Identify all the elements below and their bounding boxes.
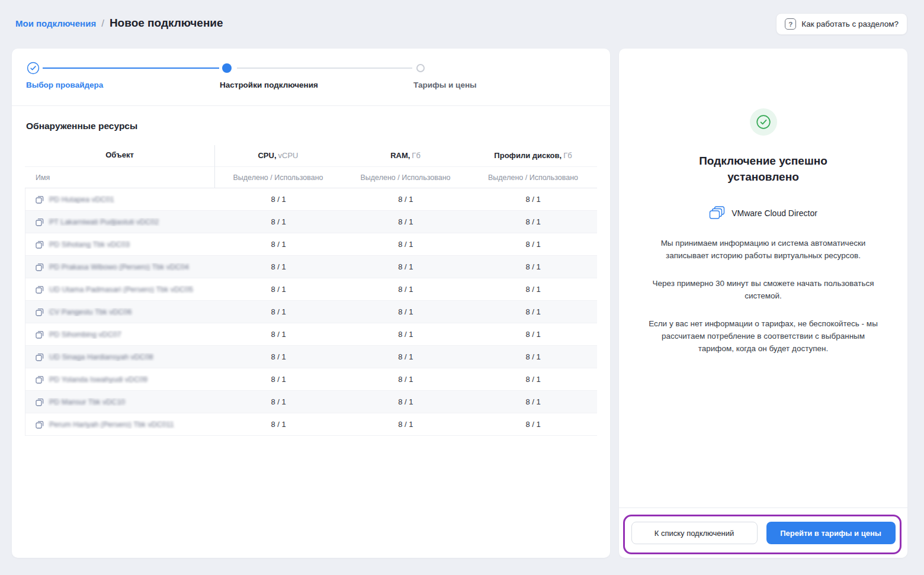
ram-value-cell: 8 / 1 xyxy=(342,217,469,226)
table-row: Perum Hariyah (Persero) Tbk vDC011 8 / 1… xyxy=(25,413,597,436)
column-subheader-name: Имя xyxy=(25,174,214,182)
table-row: PD Yolanda Iswahyudi vDC09 8 / 1 8 / 1 8… xyxy=(25,368,597,391)
table-row: PD Hutapea vDC01 8 / 1 8 / 1 8 / 1 xyxy=(25,188,597,211)
table-row: PD Mansur Tbk vDC10 8 / 1 8 / 1 8 / 1 xyxy=(25,391,597,413)
disks-value-cell: 8 / 1 xyxy=(469,307,597,316)
column-subheader-cpu: Выделено / Использовано xyxy=(214,174,342,182)
resource-icon xyxy=(36,330,44,339)
column-header-cpu: CPU,vCPU xyxy=(214,150,342,160)
breadcrumb-parent-link[interactable]: Мои подключения xyxy=(15,18,96,28)
success-panel: Подключение успешно установлено VMware C… xyxy=(619,49,907,558)
resource-icon xyxy=(36,308,44,316)
cpu-value-cell: 8 / 1 xyxy=(215,240,342,249)
ram-value-cell: 8 / 1 xyxy=(342,420,469,429)
table-row: PT Lakarniwati Pudjiastuti vDC02 8 / 1 8… xyxy=(25,211,597,233)
stepper-step-provider[interactable]: Выбор провайдера xyxy=(26,62,103,89)
provider-row: VMware Cloud Director xyxy=(619,206,907,220)
disks-value-cell: 8 / 1 xyxy=(469,330,597,339)
ram-value-cell: 8 / 1 xyxy=(342,375,469,384)
column-subheader-disks: Выделено / Использовано xyxy=(469,174,597,182)
resource-icon xyxy=(36,398,44,406)
vmware-cloud-director-icon xyxy=(709,206,725,220)
cpu-value-cell: 8 / 1 xyxy=(215,285,342,294)
disks-value-cell: 8 / 1 xyxy=(469,262,597,271)
column-subheader-ram: Выделено / Использовано xyxy=(342,174,469,182)
breadcrumb-separator: / xyxy=(101,18,104,30)
cpu-value-cell: 8 / 1 xyxy=(215,307,342,316)
resource-icon xyxy=(36,375,44,384)
connection-setup-card: Выбор провайдера Настройки подключения Т… xyxy=(12,49,610,558)
table-row: PD Sihombing vDC07 8 / 1 8 / 1 8 / 1 xyxy=(25,323,597,346)
disks-value-cell: 8 / 1 xyxy=(469,397,597,406)
cpu-value-cell: 8 / 1 xyxy=(215,375,342,384)
resource-name-cell: PD Prakasa Wibowo (Persero) Tbk vDC04 xyxy=(25,263,215,271)
stepper-step-settings[interactable]: Настройки подключения xyxy=(220,62,318,89)
go-to-tariffs-button[interactable]: Перейти в тарифы и цены xyxy=(766,522,896,544)
disks-value-cell: 8 / 1 xyxy=(469,285,597,294)
ram-value-cell: 8 / 1 xyxy=(342,195,469,204)
disks-value-cell: 8 / 1 xyxy=(469,420,597,429)
ram-value-cell: 8 / 1 xyxy=(342,262,469,271)
table-subheader-row: Имя Выделено / Использовано Выделено / И… xyxy=(25,167,597,188)
page-title: Новое подключение xyxy=(110,17,223,30)
provider-name: VMware Cloud Director xyxy=(732,208,817,218)
success-check-icon xyxy=(750,108,777,136)
column-header-object: Объект xyxy=(25,150,214,159)
info-paragraph: Через примерно 30 минут вы сможете начат… xyxy=(644,278,883,303)
ram-value-cell: 8 / 1 xyxy=(342,240,469,249)
resource-icon xyxy=(36,240,44,249)
cpu-value-cell: 8 / 1 xyxy=(215,330,342,339)
column-header-ram: RAM,Гб xyxy=(342,150,469,160)
ram-value-cell: 8 / 1 xyxy=(342,330,469,339)
stepper-step-tariffs[interactable]: Тарифы и цены xyxy=(413,62,477,89)
cpu-value-cell: 8 / 1 xyxy=(215,352,342,361)
resource-name-cell: Perum Hariyah (Persero) Tbk vDC011 xyxy=(25,420,215,429)
disks-value-cell: 8 / 1 xyxy=(469,352,597,361)
step-label-provider: Выбор провайдера xyxy=(26,81,103,89)
disks-value-cell: 8 / 1 xyxy=(469,375,597,384)
help-button[interactable]: ? Как работать с разделом? xyxy=(776,13,907,35)
help-button-label: Как работать с разделом? xyxy=(801,20,899,28)
disks-value-cell: 8 / 1 xyxy=(469,195,597,204)
info-paragraph: Если у вас нет информации о тарифах, не … xyxy=(644,318,883,355)
table-row: PD Prakasa Wibowo (Persero) Tbk vDC04 8 … xyxy=(25,256,597,278)
cpu-value-cell: 8 / 1 xyxy=(215,195,342,204)
table-row: UD Sinaga Hardiansyah vDC08 8 / 1 8 / 1 … xyxy=(25,346,597,368)
resource-name-cell: UD Sinaga Hardiansyah vDC08 xyxy=(25,353,215,361)
resource-name-cell: PT Lakarniwati Pudjiastuti vDC02 xyxy=(25,218,215,226)
ram-value-cell: 8 / 1 xyxy=(342,307,469,316)
resource-icon xyxy=(36,353,44,361)
resource-icon xyxy=(36,420,44,429)
resources-table: Объект CPU,vCPU RAM,Гб Профили дисков,Гб… xyxy=(25,143,597,436)
info-paragraph: Мы принимаем информацию и система автома… xyxy=(644,237,883,262)
disks-value-cell: 8 / 1 xyxy=(469,217,597,226)
resource-name-cell: PD Sihotang Tbk vDC03 xyxy=(25,240,215,249)
resource-name-cell: UD Utama Padmasari (Persero) Tbk vDC05 xyxy=(25,285,215,294)
table-row: CV Pangestu Tbk vDC06 8 / 1 8 / 1 8 / 1 xyxy=(25,301,597,323)
back-to-connections-button[interactable]: К списку подключений xyxy=(631,522,758,544)
resource-name-cell: PD Mansur Tbk vDC10 xyxy=(25,398,215,406)
resources-section-title: Обнаруженные ресурсы xyxy=(26,121,137,131)
step-label-settings: Настройки подключения xyxy=(220,81,318,89)
breadcrumb: Мои подключения / Новое подключение xyxy=(15,17,223,30)
table-body: PD Hutapea vDC01 8 / 1 8 / 1 8 / 1 PT La… xyxy=(25,188,597,436)
resource-icon xyxy=(36,263,44,271)
resource-name-cell: PD Sihombing vDC07 xyxy=(25,330,215,339)
disks-value-cell: 8 / 1 xyxy=(469,240,597,249)
step-completed-check-icon xyxy=(27,62,40,75)
resource-name-cell: PD Yolanda Iswahyudi vDC09 xyxy=(25,375,215,384)
stepper-divider xyxy=(12,105,610,106)
resource-name-cell: PD Hutapea vDC01 xyxy=(25,195,215,204)
ram-value-cell: 8 / 1 xyxy=(342,352,469,361)
resource-icon xyxy=(36,218,44,226)
cpu-value-cell: 8 / 1 xyxy=(215,420,342,429)
help-icon: ? xyxy=(785,18,796,30)
cpu-value-cell: 8 / 1 xyxy=(215,397,342,406)
ram-value-cell: 8 / 1 xyxy=(342,397,469,406)
cpu-value-cell: 8 / 1 xyxy=(215,262,342,271)
table-row: PD Sihotang Tbk vDC03 8 / 1 8 / 1 8 / 1 xyxy=(25,233,597,256)
resource-icon xyxy=(36,285,44,294)
cpu-value-cell: 8 / 1 xyxy=(215,217,342,226)
step-active-dot-icon xyxy=(222,63,232,73)
resource-icon xyxy=(36,195,44,204)
